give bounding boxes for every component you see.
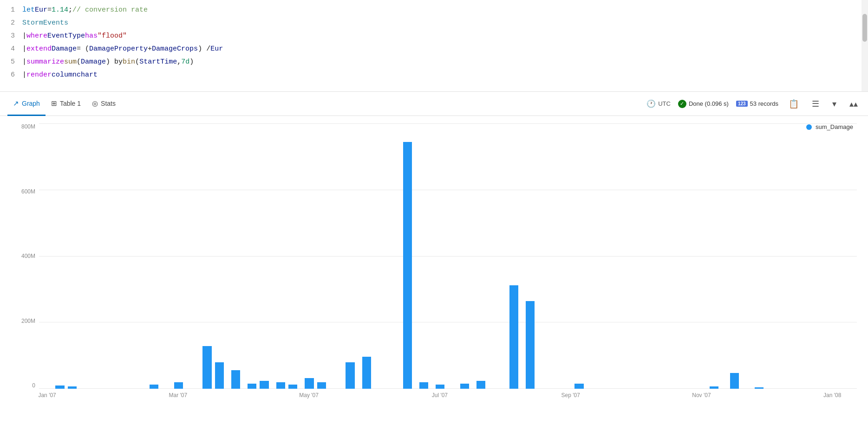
chart-bar[interactable]: [419, 382, 428, 389]
chart-bar[interactable]: [317, 382, 326, 389]
records-icon: 123: [736, 101, 748, 107]
chart-area: sum_Damage 800M600M400M200M0 Jan '07Mar …: [0, 116, 868, 424]
done-badge: ✓ Done (0.096 s): [678, 100, 729, 108]
chart-bar[interactable]: [509, 285, 518, 389]
code-line: 6| render columnchart: [0, 69, 868, 82]
utc-label: UTC: [658, 100, 671, 107]
code-editor[interactable]: 1let Eur = 1.14; // conversion rate2Stor…: [0, 0, 868, 92]
line-number: 4: [0, 43, 22, 56]
line-number: 1: [0, 4, 22, 17]
y-axis-label: 800M: [21, 123, 35, 130]
records-label: 53 records: [750, 100, 778, 107]
stats-tab-label: Stats: [101, 100, 116, 107]
clock-icon: 🕐: [646, 99, 656, 108]
chart-bar[interactable]: [526, 301, 535, 389]
code-content[interactable]: | extend Damage = (DamageProperty + Dama…: [22, 43, 223, 56]
graph-tab-icon: ↗: [13, 99, 19, 108]
chart-bar[interactable]: [248, 384, 256, 389]
chart-bar[interactable]: [231, 370, 240, 389]
results-bar: ↗Graph⊞Table 1◎Stats 🕐 UTC ✓ Done (0.096…: [0, 92, 868, 116]
chart-bar[interactable]: [362, 357, 371, 389]
y-axis-label: 200M: [21, 318, 35, 324]
tab-table-1[interactable]: ⊞Table 1: [46, 92, 86, 116]
checkmark-icon: ✓: [678, 100, 686, 108]
chart-container: 800M600M400M200M0 Jan '07Mar '07May '07J…: [11, 123, 857, 402]
chart-bar[interactable]: [55, 385, 64, 389]
code-line: 4| extend Damage = (DamageProperty + Dam…: [0, 43, 868, 56]
y-axis-label: 400M: [21, 253, 35, 259]
chevron-down-icon: ▾: [832, 99, 836, 109]
code-line: 5| summarize sum(Damage) by bin(StartTim…: [0, 56, 868, 69]
y-axis-label: 600M: [21, 188, 35, 195]
chart-bar[interactable]: [260, 381, 268, 389]
chart-bar[interactable]: [436, 385, 444, 389]
scrollbar-thumb[interactable]: [862, 14, 867, 42]
line-number: 6: [0, 69, 22, 82]
chart-bar[interactable]: [174, 382, 183, 389]
y-axis: 800M600M400M200M0: [11, 123, 39, 402]
utc-badge: 🕐 UTC: [646, 99, 671, 108]
chart-bar[interactable]: [476, 381, 485, 389]
code-content[interactable]: let Eur = 1.14; // conversion rate: [22, 4, 148, 17]
chart-bar[interactable]: [574, 384, 583, 389]
x-axis-label: Nov '07: [692, 392, 711, 398]
chart-bar[interactable]: [150, 385, 158, 389]
x-axis-label: May '07: [299, 392, 319, 398]
collapse-button[interactable]: ▴▴: [847, 97, 861, 111]
x-axis-label: Sep '07: [561, 392, 580, 398]
code-content[interactable]: | where EventType has "flood": [22, 30, 127, 43]
tab-graph[interactable]: ↗Graph: [7, 92, 46, 116]
columns-button[interactable]: ☰: [809, 97, 822, 111]
code-content[interactable]: StormEvents: [22, 17, 68, 30]
records-badge: 123 53 records: [736, 100, 778, 107]
tab-stats[interactable]: ◎Stats: [86, 92, 121, 116]
chart-bar[interactable]: [215, 362, 224, 389]
y-axis-label: 0: [32, 382, 35, 389]
chevron-up-icon: ▴▴: [849, 99, 858, 109]
line-number: 3: [0, 30, 22, 43]
code-line: 1let Eur = 1.14; // conversion rate: [0, 4, 868, 17]
code-content[interactable]: | render columnchart: [22, 69, 98, 82]
table-1-tab-label: Table 1: [60, 100, 81, 107]
chart-bar[interactable]: [346, 362, 354, 389]
x-axis: Jan '07Mar '07May '07Jul '07Sep '07Nov '…: [39, 389, 857, 402]
chart-bar[interactable]: [403, 142, 412, 389]
chart-bar[interactable]: [460, 384, 469, 389]
copy-button[interactable]: 📋: [786, 97, 802, 111]
table-1-tab-icon: ⊞: [51, 99, 57, 108]
graph-tab-label: Graph: [22, 100, 40, 107]
x-axis-label: Jul '07: [432, 392, 448, 398]
chart-bar[interactable]: [730, 373, 739, 389]
chart-bar[interactable]: [202, 346, 211, 389]
stats-tab-icon: ◎: [92, 99, 98, 108]
line-number: 2: [0, 17, 22, 30]
bars-area: [39, 123, 857, 389]
copy-icon: 📋: [789, 99, 799, 109]
dropdown-button[interactable]: ▾: [829, 97, 839, 111]
chart-bar[interactable]: [305, 378, 313, 389]
chart-inner: Jan '07Mar '07May '07Jul '07Sep '07Nov '…: [39, 123, 857, 402]
code-line: 2StormEvents: [0, 17, 868, 30]
x-axis-label: Mar '07: [169, 392, 188, 398]
code-line: 3| where EventType has "flood": [0, 30, 868, 43]
x-axis-label: Jan '07: [38, 392, 56, 398]
code-content[interactable]: | summarize sum(Damage) by bin(StartTime…: [22, 56, 194, 69]
chart-bar[interactable]: [288, 385, 297, 389]
x-axis-label: Jan '08: [823, 392, 841, 398]
columns-icon: ☰: [812, 99, 819, 109]
chart-bar[interactable]: [276, 382, 285, 389]
scrollbar-track: [861, 0, 868, 91]
line-number: 5: [0, 56, 22, 69]
results-right: 🕐 UTC ✓ Done (0.096 s) 123 53 records 📋 …: [646, 97, 861, 111]
done-label: Done (0.096 s): [689, 100, 729, 107]
